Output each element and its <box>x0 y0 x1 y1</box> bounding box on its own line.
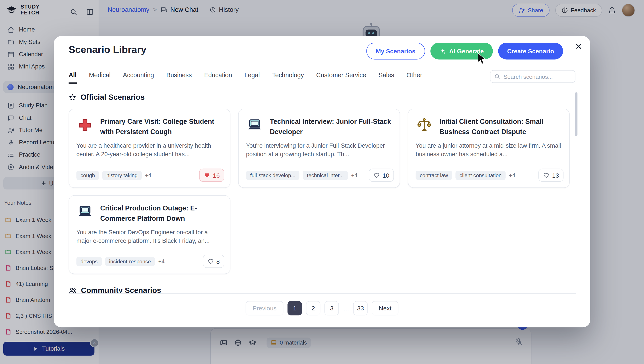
scales-icon <box>416 116 433 134</box>
tab-technology[interactable]: Technology <box>272 71 304 84</box>
tab-sales[interactable]: Sales <box>378 71 394 84</box>
like-count: 16 <box>213 172 220 179</box>
scenario-card[interactable]: Initial Client Consultation: Small Busin… <box>408 109 570 188</box>
scenario-footer: contract law client consultation +4 13 <box>416 169 564 182</box>
tag[interactable]: incident-response <box>105 256 155 266</box>
scenario-title: Technical Interview: Junior Full-Stack D… <box>270 116 392 137</box>
scenario-card[interactable]: Primary Care Visit: College Student with… <box>69 109 231 188</box>
previous-page-button[interactable]: Previous <box>246 301 283 316</box>
medical-cross-icon <box>76 116 94 134</box>
like-count: 10 <box>382 172 389 179</box>
community-scenarios-header: Community Scenarios <box>69 286 161 293</box>
modal-scrollbar[interactable] <box>575 92 577 136</box>
heart-icon <box>373 172 380 178</box>
search-input[interactable] <box>490 70 575 83</box>
scenario-title: Primary Care Visit: College Student with… <box>100 116 223 137</box>
category-tabs: All Medical Accounting Business Educatio… <box>69 71 422 84</box>
scenario-footer: full-stack develop... technical inter...… <box>246 169 394 182</box>
scenario-description: You are a healthcare provider in a unive… <box>76 141 223 159</box>
page-button-2[interactable]: 2 <box>306 301 320 316</box>
page-button-1[interactable]: 1 <box>288 301 302 316</box>
search-icon <box>494 74 500 80</box>
page-button-3[interactable]: 3 <box>325 301 339 316</box>
laptop-icon <box>246 116 263 134</box>
like-count: 13 <box>552 172 559 179</box>
modal-actions: My Scenarios AI Generate Create Scenario <box>366 43 563 60</box>
tag[interactable]: technical inter... <box>303 170 348 180</box>
tag[interactable]: contract law <box>416 170 452 180</box>
ai-generate-button[interactable]: AI Generate <box>430 43 493 60</box>
like-button[interactable]: 13 <box>539 169 564 182</box>
like-count: 8 <box>216 258 220 265</box>
tab-education[interactable]: Education <box>204 71 232 84</box>
scenario-description: You are the Senior DevOps Engineer on-ca… <box>76 228 223 246</box>
close-icon[interactable]: × <box>575 41 582 52</box>
tab-customer-service[interactable]: Customer Service <box>316 71 366 84</box>
tag[interactable]: history taking <box>102 170 142 180</box>
heart-icon <box>543 172 550 178</box>
tab-medical[interactable]: Medical <box>89 71 111 84</box>
like-button[interactable]: 10 <box>369 169 394 182</box>
divider <box>69 293 576 294</box>
scenario-title: Initial Client Consultation: Small Busin… <box>440 116 562 137</box>
scenario-card[interactable]: Technical Interview: Junior Full-Stack D… <box>238 109 400 188</box>
my-scenarios-button[interactable]: My Scenarios <box>366 43 425 60</box>
pagination: Previous 1 2 3 … 33 Next <box>54 301 590 316</box>
official-scenarios-header: Official Scenarios <box>69 93 145 102</box>
modal-title: Scenario Library <box>69 44 146 56</box>
next-page-button[interactable]: Next <box>372 301 398 316</box>
scenario-library-modal: Scenario Library My Scenarios AI Generat… <box>54 36 590 327</box>
pagination-ellipsis: … <box>343 305 349 312</box>
tag[interactable]: client consultation <box>455 170 506 180</box>
tab-accounting[interactable]: Accounting <box>123 71 154 84</box>
heart-icon <box>204 172 210 178</box>
more-tags: +4 <box>145 172 151 178</box>
scenario-search <box>490 70 575 83</box>
tab-other[interactable]: Other <box>406 71 422 84</box>
tab-business[interactable]: Business <box>166 71 192 84</box>
more-tags: +4 <box>351 172 357 178</box>
like-button[interactable]: 16 <box>199 169 224 182</box>
page-button-33[interactable]: 33 <box>353 301 368 316</box>
tab-all[interactable]: All <box>69 71 77 84</box>
tag[interactable]: devops <box>76 256 102 266</box>
more-tags: +4 <box>509 172 515 178</box>
create-scenario-button[interactable]: Create Scenario <box>498 43 563 60</box>
more-tags: +4 <box>158 258 165 264</box>
like-button[interactable]: 8 <box>203 254 224 268</box>
sparkle-icon <box>439 48 446 54</box>
screen: STUDY FETCH Home My Sets Calendar <box>0 0 644 364</box>
tag[interactable]: full-stack develop... <box>246 170 299 180</box>
scenario-footer: devops incident-response +4 8 <box>76 254 224 268</box>
people-icon <box>69 286 77 293</box>
laptop-icon <box>76 203 94 220</box>
tag[interactable]: cough <box>76 170 99 180</box>
scenario-card[interactable]: Critical Production Outage: E-Commerce P… <box>69 195 231 274</box>
scenario-description: You are a junior attorney at a mid-size … <box>416 141 562 159</box>
tab-legal[interactable]: Legal <box>245 71 260 84</box>
app-root: STUDY FETCH Home My Sets Calendar <box>0 0 644 364</box>
heart-icon <box>207 258 214 264</box>
star-icon <box>69 94 76 101</box>
scenario-description: You're interviewing for a Junior Full-St… <box>246 141 392 159</box>
modal-scroll-area: Official Scenarios Primary Care Visit: C… <box>54 88 590 293</box>
scenario-footer: cough history taking +4 16 <box>76 169 224 182</box>
scenario-title: Critical Production Outage: E-Commerce P… <box>100 203 223 223</box>
